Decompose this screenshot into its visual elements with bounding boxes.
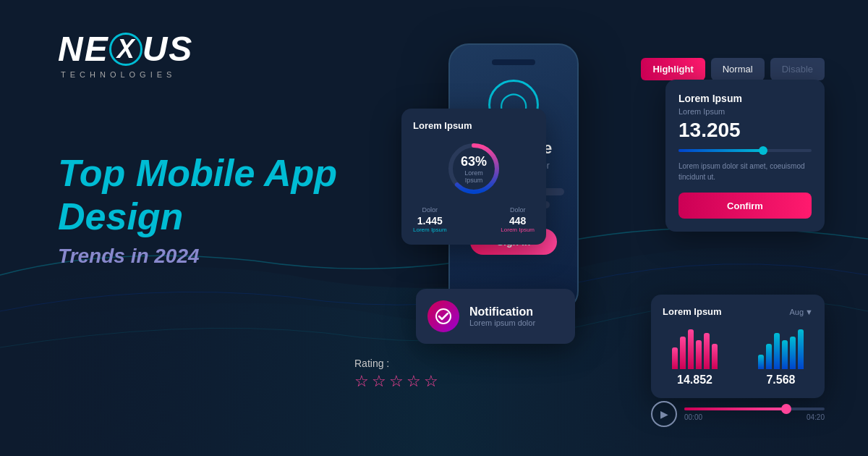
time-end: 04:20 (807, 413, 825, 421)
card-value: Lorem Ipsum Lorem Ipsum 13.205 Lorem ips… (665, 80, 825, 232)
stat-value-1: 1.445 (413, 215, 447, 227)
logo-tagline: TECHNOLOGIES (61, 70, 176, 79)
headline-block: Top Mobile App Design Trends in 2024 (58, 152, 337, 268)
progress-track[interactable] (684, 408, 825, 410)
stat-value-2: 448 (501, 215, 535, 227)
bars-2 (749, 326, 813, 369)
stat-label-2: Dolor (501, 206, 535, 214)
notification-title: Notification (469, 305, 535, 318)
headline-main: Top Mobile App Design (58, 152, 337, 239)
card-value-label: Lorem Ipsum (678, 107, 812, 116)
chart-header: Lorem Ipsum Aug ▼ (663, 306, 813, 317)
progress-area: 00:00 04:20 (684, 408, 825, 421)
logo-text-us: US (142, 29, 194, 69)
chart-col-2: 7.568 (749, 326, 813, 387)
card-value-number: 13.205 (678, 119, 812, 142)
bar (704, 333, 710, 369)
rating-label: Rating : (354, 358, 438, 369)
card-value-desc: Lorem ipsum dolor sit amet, coeuismod ti… (678, 161, 812, 182)
notification-subtitle: Lorem ipsum dolor (469, 318, 535, 327)
progress-thumb[interactable] (781, 404, 791, 414)
star-5[interactable]: ☆ (424, 372, 438, 391)
chart-month[interactable]: Aug ▼ (790, 308, 813, 316)
chart-title: Lorem Ipsum (663, 306, 722, 317)
bar (688, 329, 694, 369)
rating-area: Rating : ☆ ☆ ☆ ☆ ☆ (354, 358, 438, 391)
bar (782, 340, 788, 369)
card-stats: Lorem Ipsum 63% Lorem Ipsum Dolor 1.445 … (401, 109, 546, 245)
bar (712, 344, 718, 369)
logo-x-letter: X (117, 36, 135, 62)
normal-button[interactable]: Normal (711, 58, 765, 80)
logo-text-ne: NE (58, 29, 109, 69)
slider-track[interactable] (678, 149, 812, 152)
bar (672, 347, 678, 369)
bar (680, 337, 686, 369)
logo-x-circle: X (109, 33, 142, 66)
logo: NE X US TECHNOLOGIES (58, 29, 193, 79)
stat-label-1: Dolor (413, 206, 447, 214)
stat-tag-2: Lorem Ipsum (501, 227, 535, 233)
time-start: 00:00 (684, 413, 702, 421)
star-2[interactable]: ☆ (372, 372, 386, 391)
stat-tag-1: Lorem Ipsum (413, 227, 447, 233)
chart-col-1: 14.852 (663, 326, 727, 387)
headline-sub: Trends in 2024 (58, 245, 337, 268)
star-3[interactable]: ☆ (389, 372, 404, 391)
notification-card: Notification Lorem ipsum dolor (416, 289, 575, 344)
star-4[interactable]: ☆ (407, 372, 421, 391)
time-row: 00:00 04:20 (684, 413, 825, 421)
bar (774, 333, 780, 369)
circular-percent: 63% (459, 154, 488, 169)
bar (790, 337, 796, 369)
chart-value-1: 14.852 (663, 373, 727, 387)
card-value-title: Lorem Ipsum (678, 93, 812, 104)
star-1[interactable]: ☆ (354, 372, 369, 391)
highlight-button[interactable]: Highlight (641, 58, 705, 80)
phone-notch (492, 59, 535, 65)
chart-value-2: 7.568 (749, 373, 813, 387)
circular-progress: 63% Lorem Ipsum (445, 140, 503, 198)
bar (766, 344, 772, 369)
bar (798, 329, 804, 369)
circular-label: Lorem Ipsum (459, 169, 488, 184)
chart-area: 14.852 7.568 (663, 326, 813, 387)
stat-item-1: Dolor 1.445 Lorem Ipsum (413, 206, 447, 233)
notification-icon (427, 300, 459, 332)
disable-button: Disable (770, 58, 825, 80)
star-rating: ☆ ☆ ☆ ☆ ☆ (354, 372, 438, 391)
play-button[interactable]: ▶ (651, 401, 677, 427)
slider-fill (678, 149, 765, 152)
player-bar: ▶ 00:00 04:20 (651, 401, 825, 427)
chart-card: Lorem Ipsum Aug ▼ 14.852 (651, 295, 825, 398)
stat-item-2: Dolor 448 Lorem Ipsum (501, 206, 535, 233)
bar (758, 355, 764, 369)
slider-thumb[interactable] (759, 146, 767, 155)
progress-fill (684, 408, 783, 410)
bars-1 (663, 326, 727, 369)
stats-row: Dolor 1.445 Lorem Ipsum Dolor 448 Lorem … (413, 206, 535, 233)
bar (696, 340, 702, 369)
card-stats-title: Lorem Ipsum (413, 120, 535, 131)
button-group: Highlight Normal Disable (641, 58, 825, 80)
notification-text: Notification Lorem ipsum dolor (469, 305, 535, 327)
confirm-button[interactable]: Confirm (678, 193, 812, 219)
